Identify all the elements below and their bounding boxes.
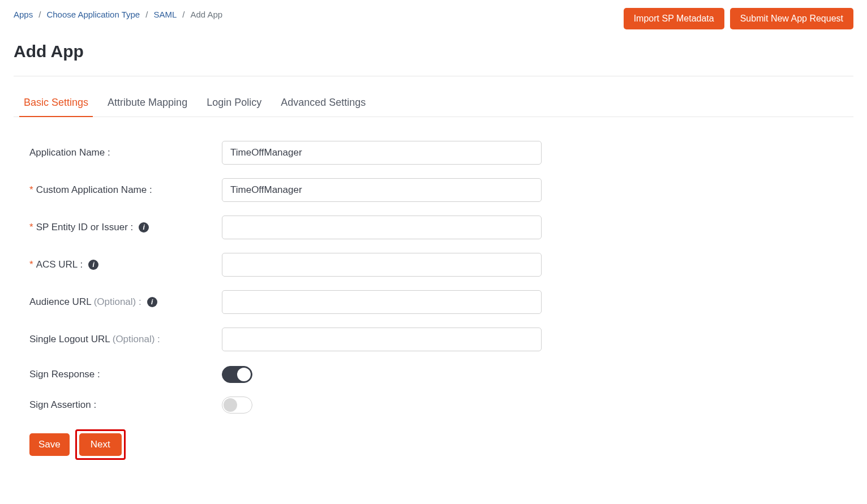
- label-text: SP Entity ID or Issuer :: [36, 222, 134, 233]
- custom-app-name-input[interactable]: [222, 178, 542, 202]
- toggle-knob: [224, 398, 237, 412]
- submit-new-app-request-button[interactable]: Submit New App Request: [730, 8, 853, 29]
- info-icon[interactable]: i: [139, 222, 149, 232]
- info-icon[interactable]: i: [88, 260, 98, 270]
- breadcrumb-sep: /: [38, 10, 41, 19]
- optional-text: (Optional) :: [113, 334, 160, 345]
- sign-assertion-label: Sign Assertion :: [29, 399, 222, 411]
- application-name-label: Application Name :: [29, 147, 222, 158]
- info-icon[interactable]: i: [147, 297, 157, 307]
- import-sp-metadata-button[interactable]: Import SP Metadata: [624, 8, 724, 29]
- label-text: Sign Response :: [29, 369, 100, 380]
- tabs: Basic Settings Attribute Mapping Login P…: [14, 97, 853, 117]
- breadcrumb: Apps / Choose Application Type / SAML / …: [14, 8, 222, 19]
- audience-url-input[interactable]: [222, 290, 542, 314]
- label-text: Custom Application Name :: [36, 184, 152, 196]
- tab-login-policy[interactable]: Login Policy: [207, 97, 261, 117]
- toggle-knob: [237, 368, 251, 381]
- next-button[interactable]: Next: [79, 433, 122, 456]
- required-asterisk: *: [29, 184, 33, 196]
- page-title: Add App: [14, 42, 853, 61]
- sign-assertion-toggle[interactable]: [222, 397, 252, 413]
- sp-entity-id-input[interactable]: [222, 216, 542, 239]
- acs-url-label: * ACS URL : i: [29, 259, 222, 270]
- next-button-highlight: Next: [75, 429, 126, 460]
- label-text: Single Logout URL: [29, 334, 110, 345]
- tab-attribute-mapping[interactable]: Attribute Mapping: [108, 97, 187, 117]
- application-name-input[interactable]: [222, 141, 542, 165]
- acs-url-input[interactable]: [222, 253, 542, 277]
- label-text: Sign Assertion :: [29, 399, 96, 411]
- breadcrumb-saml[interactable]: SAML: [153, 10, 177, 19]
- required-asterisk: *: [29, 222, 33, 233]
- breadcrumb-apps[interactable]: Apps: [14, 10, 33, 19]
- breadcrumb-current: Add App: [190, 10, 222, 19]
- breadcrumb-sep: /: [182, 10, 184, 19]
- breadcrumb-sep: /: [145, 10, 148, 19]
- sp-entity-id-label: * SP Entity ID or Issuer : i: [29, 222, 222, 233]
- single-logout-url-label: Single Logout URL (Optional) :: [29, 334, 222, 345]
- label-text: Application Name :: [29, 147, 110, 158]
- single-logout-url-input[interactable]: [222, 328, 542, 351]
- audience-url-label: Audience URL (Optional) : i: [29, 296, 222, 308]
- label-text: ACS URL :: [36, 259, 83, 270]
- breadcrumb-choose-type[interactable]: Choose Application Type: [46, 10, 140, 19]
- label-text: Audience URL: [29, 296, 92, 308]
- custom-app-name-label: * Custom Application Name :: [29, 184, 222, 196]
- sign-response-label: Sign Response :: [29, 369, 222, 380]
- tab-basic-settings[interactable]: Basic Settings: [24, 97, 88, 117]
- save-button[interactable]: Save: [29, 433, 70, 456]
- required-asterisk: *: [29, 259, 33, 270]
- sign-response-toggle[interactable]: [222, 366, 252, 383]
- optional-text: (Optional) :: [94, 296, 141, 308]
- divider: [14, 76, 853, 76]
- tab-advanced-settings[interactable]: Advanced Settings: [281, 97, 366, 117]
